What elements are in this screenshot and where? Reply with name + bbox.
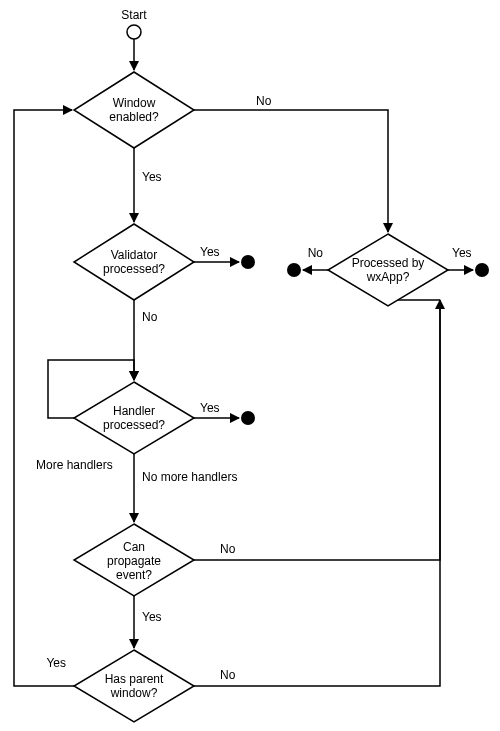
label-more-handlers: More handlers: [36, 458, 113, 472]
decision-window-enabled-l1: Window: [113, 96, 156, 110]
label-validator-no: No: [142, 310, 158, 324]
edge-window-no: [194, 110, 388, 232]
label-handler-yes: Yes: [200, 401, 220, 415]
terminal-wxapp-yes: [475, 263, 489, 277]
label-no-more-handlers: No more handlers: [142, 470, 237, 484]
label-wxapp-no: No: [308, 246, 324, 260]
terminal-handler: [241, 411, 255, 425]
label-window-yes: Yes: [142, 170, 162, 184]
decision-handler-l2: processed?: [103, 418, 165, 432]
decision-window-enabled-l2: enabled?: [109, 110, 159, 124]
label-propagate-yes: Yes: [142, 610, 162, 624]
decision-validator-l1: Validator: [111, 248, 157, 262]
decision-propagate-l2: propagate: [107, 554, 161, 568]
decision-propagate-l1: Can: [123, 540, 145, 554]
start-node: [127, 25, 141, 39]
decision-propagate-l3: event?: [116, 568, 152, 582]
decision-wxapp-l2: wxApp?: [366, 270, 410, 284]
label-parent-no: No: [220, 668, 236, 682]
decision-wxapp-l1: Processed by: [352, 256, 425, 270]
label-window-no: No: [256, 94, 272, 108]
start-label: Start: [121, 8, 147, 22]
decision-handler-l1: Handler: [113, 404, 155, 418]
label-wxapp-yes: Yes: [452, 246, 472, 260]
edge-parent-no: [194, 300, 440, 686]
flowchart-diagram: Start Window enabled? No Yes Validator p…: [0, 0, 500, 731]
edge-parent-yes-loop: [14, 110, 74, 686]
decision-parent-l2: window?: [110, 686, 158, 700]
terminal-wxapp-no: [287, 263, 301, 277]
label-validator-yes: Yes: [200, 245, 220, 259]
label-parent-yes: Yes: [46, 656, 66, 670]
edge-propagate-no: [194, 302, 440, 560]
decision-parent-l1: Has parent: [105, 672, 164, 686]
terminal-validator: [241, 255, 255, 269]
label-propagate-no: No: [220, 542, 236, 556]
decision-validator-l2: processed?: [103, 262, 165, 276]
